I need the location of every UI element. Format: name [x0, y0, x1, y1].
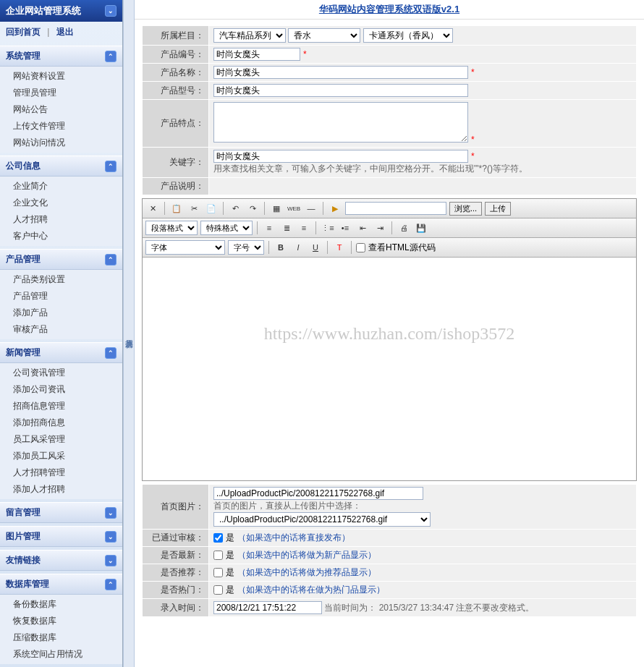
- logout-link[interactable]: 退出: [56, 27, 74, 37]
- screen-switch-strip[interactable]: 屏幕切换: [123, 0, 135, 667]
- label-category: 所属栏目：: [143, 26, 209, 46]
- print-icon[interactable]: 🖨: [397, 221, 411, 235]
- editor-toolbar-2: 段落格式 特殊格式 ≡ ≣ ≡ ⋮≡ •≡ ⇤ ⇥ 🖨 💾: [143, 218, 636, 238]
- name-input[interactable]: [213, 66, 468, 79]
- chevron-down-icon[interactable]: ⌄: [105, 531, 116, 543]
- category-select-1[interactable]: 汽车精品系列: [213, 28, 286, 43]
- undo-icon[interactable]: ↶: [228, 201, 242, 216]
- sidebar-item[interactable]: 管理员管理: [0, 85, 122, 101]
- sidebar-item[interactable]: 网站访问情况: [0, 135, 122, 151]
- sidebar-item[interactable]: 添加公司资讯: [0, 381, 122, 398]
- main-title[interactable]: 华码网站内容管理系统双语版v2.1: [135, 0, 644, 20]
- feature-textarea[interactable]: [213, 102, 468, 143]
- sidebar-item[interactable]: 添加产品: [0, 305, 122, 321]
- section-header-4[interactable]: 留言管理⌄: [0, 502, 122, 523]
- hr-icon[interactable]: —: [304, 201, 318, 216]
- keyword-input[interactable]: [213, 150, 468, 163]
- sidebar-item[interactable]: 恢复数据库: [0, 613, 122, 629]
- list-ul-icon[interactable]: •≡: [338, 221, 352, 235]
- chevron-down-icon[interactable]: ⌄: [105, 555, 116, 566]
- sidebar-item[interactable]: 网站资料设置: [0, 68, 122, 85]
- model-input[interactable]: [213, 84, 468, 97]
- recommend-hint: （如果选中的话将做为推荐品显示）: [237, 566, 376, 579]
- font-select[interactable]: 字体: [145, 240, 225, 255]
- chevron-up-icon[interactable]: ⌃: [105, 579, 116, 590]
- indent-icon[interactable]: ⇥: [373, 221, 387, 235]
- sidebar-item[interactable]: 备份数据库: [0, 596, 122, 613]
- section-header-7[interactable]: 数据库管理⌃: [0, 574, 122, 595]
- sidebar-item[interactable]: 审核产品: [0, 321, 122, 338]
- audited-checkbox[interactable]: [213, 533, 223, 543]
- file-path-input[interactable]: [345, 202, 446, 215]
- sidebar-item[interactable]: 添加人才招聘: [0, 481, 122, 498]
- section-header-5[interactable]: 图片管理⌄: [0, 526, 122, 547]
- chevron-up-icon[interactable]: ⌃: [105, 254, 116, 265]
- copy-icon[interactable]: 📋: [169, 201, 184, 216]
- sidebar-item[interactable]: 系统空间占用情况: [0, 646, 122, 663]
- view-source-toggle[interactable]: 查看HTML源代码: [356, 242, 436, 254]
- entrytime-input[interactable]: [213, 601, 322, 614]
- sidebar-item[interactable]: 压缩数据库: [0, 629, 122, 646]
- section-title: 图片管理: [6, 530, 41, 543]
- home-link[interactable]: 回到首页: [6, 27, 41, 37]
- chevron-up-icon[interactable]: ⌃: [105, 161, 116, 172]
- hot-checkbox[interactable]: [213, 585, 223, 595]
- sidebar-item[interactable]: 添加员工风采: [0, 448, 122, 464]
- fontsize-select[interactable]: 字号: [228, 240, 264, 255]
- section-header-3[interactable]: 新闻管理⌃: [0, 342, 122, 363]
- section-header-2[interactable]: 产品管理⌃: [0, 249, 122, 270]
- editor-body[interactable]: [143, 258, 636, 480]
- sidebar-item[interactable]: 添加招商信息: [0, 415, 122, 431]
- sidebar-item[interactable]: 员工风采管理: [0, 431, 122, 448]
- sidebar-item[interactable]: 产品管理: [0, 288, 122, 305]
- insert-icon[interactable]: ▶: [328, 201, 342, 216]
- sidebar-item[interactable]: 网站公告: [0, 101, 122, 118]
- table-icon[interactable]: ▦: [269, 201, 284, 216]
- sidebar-item[interactable]: 人才招聘: [0, 211, 122, 228]
- browse-button[interactable]: 浏览...: [449, 202, 482, 216]
- web-icon[interactable]: WEB: [287, 201, 301, 216]
- redo-icon[interactable]: ↷: [245, 201, 260, 216]
- view-source-checkbox[interactable]: [356, 243, 365, 252]
- list-ol-icon[interactable]: ⋮≡: [321, 221, 335, 235]
- label-keyword: 关键字：: [143, 148, 209, 178]
- align-center-icon[interactable]: ≣: [279, 221, 294, 235]
- category-select-2[interactable]: 香水: [288, 28, 360, 43]
- sidebar-item[interactable]: 产品类别设置: [0, 271, 122, 288]
- sidebar-item[interactable]: 招商信息管理: [0, 398, 122, 415]
- collapse-icon[interactable]: ⌄: [105, 5, 116, 17]
- outdent-icon[interactable]: ⇤: [355, 221, 370, 235]
- save-icon[interactable]: 💾: [414, 221, 428, 235]
- homepic-input[interactable]: [213, 487, 423, 500]
- code-input[interactable]: [213, 48, 300, 61]
- bold-icon[interactable]: B: [274, 240, 288, 255]
- sidebar-item[interactable]: 企业文化: [0, 195, 122, 211]
- section-header-6[interactable]: 友情链接⌄: [0, 550, 122, 571]
- sidebar-item[interactable]: 公司资讯管理: [0, 365, 122, 381]
- italic-icon[interactable]: I: [291, 240, 305, 255]
- chevron-up-icon[interactable]: ⌃: [105, 51, 116, 62]
- special-select[interactable]: 特殊格式: [200, 221, 253, 235]
- homepic-select[interactable]: ../UploadProductPic/2008122117522768.gif: [213, 512, 431, 527]
- align-left-icon[interactable]: ≡: [262, 221, 276, 235]
- recommend-checkbox[interactable]: [213, 568, 223, 577]
- chevron-up-icon[interactable]: ⌃: [105, 347, 116, 359]
- sidebar-item[interactable]: 客户中心: [0, 228, 122, 245]
- paragraph-select[interactable]: 段落格式: [145, 221, 198, 235]
- chevron-down-icon[interactable]: ⌄: [105, 507, 116, 519]
- cut-icon[interactable]: ✂: [187, 201, 201, 216]
- underline-icon[interactable]: U: [308, 240, 323, 255]
- delete-icon[interactable]: ✕: [145, 201, 160, 216]
- text-color-icon[interactable]: T: [332, 240, 347, 255]
- category-select-3[interactable]: 卡通系列（香风）: [363, 28, 453, 43]
- sidebar-item[interactable]: 企业简介: [0, 178, 122, 195]
- section-header-0[interactable]: 系统管理⌃: [0, 46, 122, 67]
- paste-icon[interactable]: 📄: [204, 201, 219, 216]
- align-right-icon[interactable]: ≡: [297, 221, 311, 235]
- sidebar-item[interactable]: 上传文件管理: [0, 118, 122, 135]
- label-name: 产品名称：: [143, 64, 209, 82]
- sidebar-item[interactable]: 人才招聘管理: [0, 464, 122, 481]
- newest-checkbox[interactable]: [213, 551, 223, 560]
- section-header-1[interactable]: 公司信息⌃: [0, 156, 122, 177]
- upload-button[interactable]: 上传: [485, 202, 511, 216]
